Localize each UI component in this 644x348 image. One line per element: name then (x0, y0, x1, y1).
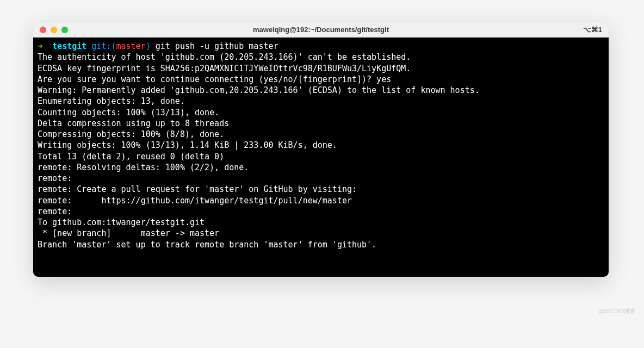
output-line: ECDSA key fingerprint is SHA256:p2QAMXNI… (38, 63, 604, 74)
window-shortcut: ⌥⌘1 (583, 26, 602, 34)
prompt-dir: testgit (52, 41, 86, 51)
output-line: To github.com:itwanger/testgit.git (38, 217, 604, 228)
output-line: The authenticity of host 'github.com (20… (38, 52, 604, 63)
output-line: * [new branch] master -> master (38, 228, 604, 239)
output-line: Writing objects: 100% (13/13), 1.14 KiB … (38, 140, 604, 151)
git-close: ) (146, 41, 151, 51)
output-line: Delta compression using up to 8 threads (38, 118, 604, 129)
git-label: git:( (91, 41, 116, 51)
maximize-button[interactable] (61, 27, 68, 33)
window-title: maweiqing@192:~/Documents/git/testgit (253, 26, 389, 34)
close-button[interactable] (40, 27, 46, 33)
output-line: Compressing objects: 100% (8/8), done. (38, 129, 604, 140)
output-line: remote: https://github.com/itwanger/test… (38, 195, 604, 206)
titlebar[interactable]: maweiqing@192:~/Documents/git/testgit ⌥⌘… (33, 22, 609, 38)
output-line: Enumerating objects: 13, done. (38, 96, 604, 107)
traffic-lights (40, 27, 68, 33)
terminal-body[interactable]: ➜ testgit git:(master) git push -u githu… (33, 38, 609, 277)
command-text: git push -u github master (156, 41, 278, 51)
prompt-line: ➜ testgit git:(master) git push -u githu… (38, 41, 604, 52)
output-line: remote: Resolving deltas: 100% (2/2), do… (38, 162, 604, 173)
output-line: Counting objects: 100% (13/13), done. (38, 107, 604, 118)
terminal-window: maweiqing@192:~/Documents/git/testgit ⌥⌘… (33, 22, 609, 277)
output-line: remote: Create a pull request for 'maste… (38, 184, 604, 195)
prompt-arrow: ➜ (38, 41, 42, 51)
output-line: Are you sure you want to continue connec… (38, 74, 604, 85)
watermark: @51CTO博客 (599, 307, 636, 315)
output-line: remote: (38, 206, 604, 217)
output-line: Branch 'master' set up to track remote b… (38, 239, 604, 250)
output-line: remote: (38, 173, 604, 184)
git-branch: master (116, 41, 146, 51)
output-line: Total 13 (delta 2), reused 0 (delta 0) (38, 151, 604, 162)
output-line: Warning: Permanently added 'github.com,2… (38, 85, 604, 96)
minimize-button[interactable] (51, 27, 57, 33)
